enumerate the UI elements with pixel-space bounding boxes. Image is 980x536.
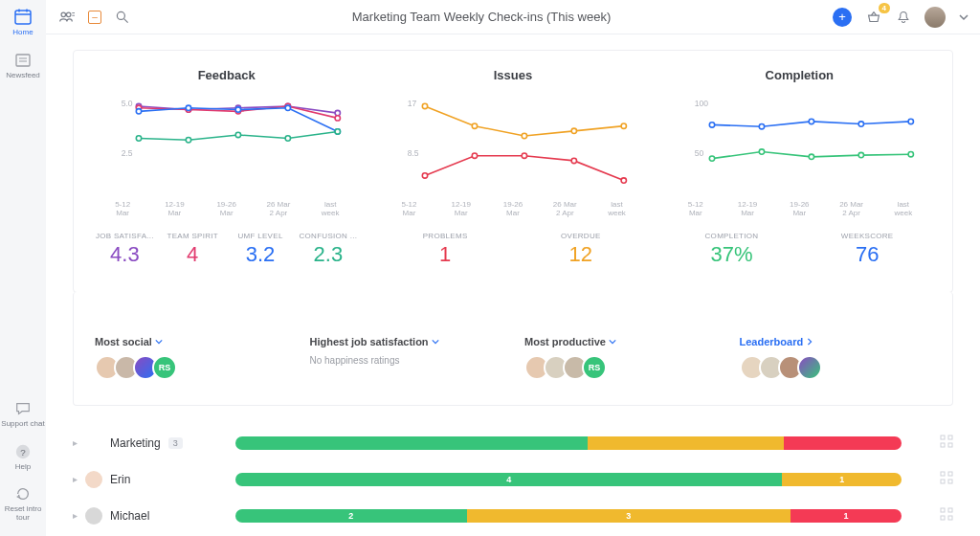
bar-segment (784, 436, 902, 450)
stat-label: COMPLETION (668, 232, 796, 240)
team-row: ▸Marketing3 (73, 425, 953, 461)
progress-bar: 41 (235, 473, 902, 486)
chevron-down-icon[interactable] (959, 12, 969, 22)
sidebar-item-label: Newsfeed (6, 72, 40, 80)
svg-rect-62 (948, 436, 952, 439)
stat: TEAM SPIRIT4 (163, 232, 223, 267)
svg-point-43 (621, 178, 626, 183)
chevron-down-icon (432, 336, 439, 347)
stat-label: TEAM SPIRIT (163, 232, 223, 240)
stat-value: 3.2 (231, 242, 291, 267)
svg-line-14 (124, 18, 128, 22)
svg-rect-4 (16, 55, 30, 66)
sidebar-item-support[interactable]: Support chat (1, 399, 44, 429)
chevron-right-icon[interactable]: ▸ (73, 510, 78, 521)
sidebar-item-reset-tour[interactable]: Reset intro tour (0, 484, 46, 523)
svg-point-41 (523, 153, 527, 158)
team-name[interactable]: Erin (110, 473, 130, 486)
col-sub: No happiness ratings (310, 355, 502, 366)
svg-rect-71 (941, 516, 945, 520)
team-avatar (85, 435, 102, 452)
expand-icon[interactable] (940, 471, 953, 487)
expand-icon[interactable] (940, 435, 953, 451)
x-tick-label: lastweek (304, 201, 356, 218)
x-tick-label: 26 Mar2 Apr (539, 201, 590, 218)
panel-title: Completion (668, 68, 931, 82)
stat: PROBLEMS1 (381, 232, 509, 267)
svg-point-47 (571, 128, 576, 133)
bar-segment: 3 (467, 509, 791, 523)
stat: WEEKSCORE76 (803, 232, 931, 267)
svg-point-45 (473, 123, 478, 128)
most-productive[interactable]: Most productive RS (524, 336, 717, 380)
expand-icon[interactable] (940, 507, 953, 524)
panel-issues: Issues 17 8.5 5-12Mar12-19Mar19-26Mar26 … (381, 68, 644, 267)
stat-label: PROBLEMS (381, 232, 509, 240)
sidebar-item-label: Reset intro tour (0, 505, 46, 523)
svg-point-58 (809, 119, 813, 123)
svg-point-34 (235, 132, 240, 137)
x-tick-label: 19-26Mar (773, 201, 825, 218)
people-icon[interactable] (57, 9, 75, 26)
most-social[interactable]: Most social RS (95, 336, 287, 380)
col-title: Most social (95, 336, 287, 347)
svg-rect-67 (941, 480, 945, 483)
sidebar-item-home[interactable]: Home (12, 8, 33, 37)
svg-point-53 (809, 154, 813, 159)
team-name[interactable]: Michael (110, 509, 149, 523)
bell-icon[interactable] (896, 10, 911, 25)
panel-title: Feedback (95, 68, 358, 82)
svg-point-40 (473, 153, 478, 158)
svg-point-55 (908, 152, 913, 157)
svg-point-26 (335, 116, 340, 121)
bar-segment: 1 (791, 509, 902, 523)
chevron-right-icon[interactable]: ▸ (73, 437, 78, 448)
svg-point-56 (709, 123, 714, 127)
svg-point-32 (136, 136, 141, 141)
stat-value: 76 (803, 242, 931, 267)
team-count: 3 (168, 437, 183, 449)
sidebar-item-help[interactable]: ? Help (13, 442, 33, 472)
add-button[interactable]: + (833, 8, 852, 27)
box-icon[interactable]: – (88, 11, 101, 24)
reset-icon (13, 484, 33, 503)
leaderboard[interactable]: Leaderboard (740, 336, 932, 380)
dashboard-row2: Most social RS Highest job satisfaction … (73, 292, 953, 406)
team-rows: ▸Marketing3▸Erin41▸Michael231▸PePeter33 (73, 425, 953, 536)
help-icon: ? (13, 442, 33, 461)
x-tick-label: 26 Mar2 Apr (253, 201, 304, 218)
x-tick-label: 19-26Mar (487, 201, 539, 218)
svg-point-9 (61, 12, 66, 16)
stat-label: CONFUSION ... (298, 232, 358, 240)
basket-icon[interactable]: 4 (865, 9, 882, 26)
newsfeed-icon (13, 51, 33, 70)
stat-label: UMF LEVEL (231, 232, 291, 240)
stat: UMF LEVEL3.2 (231, 232, 291, 267)
x-tick-label: 5-12Mar (383, 201, 434, 218)
avatar-group: RS (95, 355, 287, 380)
sidebar: Home Newsfeed Support chat ? Help Reset (0, 0, 46, 536)
highest-satisfaction[interactable]: Highest job satisfaction No happiness ra… (310, 336, 502, 380)
col-title: Most productive (524, 336, 717, 347)
svg-point-28 (186, 105, 190, 110)
x-labels: 5-12Mar12-19Mar19-26Mar26 Mar2 Aprlastwe… (668, 201, 931, 218)
search-icon[interactable] (115, 10, 130, 25)
topbar: – Marketing Team Weekly Check-ins (This … (46, 0, 980, 34)
panel-completion: Completion 100 50 5-12Mar12-19Mar19-26Ma… (668, 68, 931, 267)
feedback-chart: 5.0 2.5 (95, 92, 358, 197)
notification-badge: 4 (879, 3, 890, 13)
chevron-right-icon (806, 336, 813, 347)
team-row: ▸Erin41 (73, 461, 953, 498)
sidebar-item-label: Help (15, 463, 31, 472)
page-title: Marketing Team Weekly Check-ins (This we… (130, 10, 833, 24)
x-tick-label: 12-19Mar (148, 201, 200, 218)
sidebar-item-newsfeed[interactable]: Newsfeed (6, 51, 40, 80)
x-tick-label: 26 Mar2 Apr (825, 201, 877, 218)
x-labels: 5-12Mar12-19Mar19-26Mar26 Mar2 Aprlastwe… (95, 201, 358, 218)
team-name[interactable]: Marketing (110, 436, 161, 450)
svg-point-39 (423, 173, 428, 178)
chevron-right-icon[interactable]: ▸ (73, 474, 78, 484)
svg-point-36 (335, 129, 340, 134)
bar-segment: 1 (782, 473, 902, 486)
user-avatar[interactable] (924, 7, 946, 28)
